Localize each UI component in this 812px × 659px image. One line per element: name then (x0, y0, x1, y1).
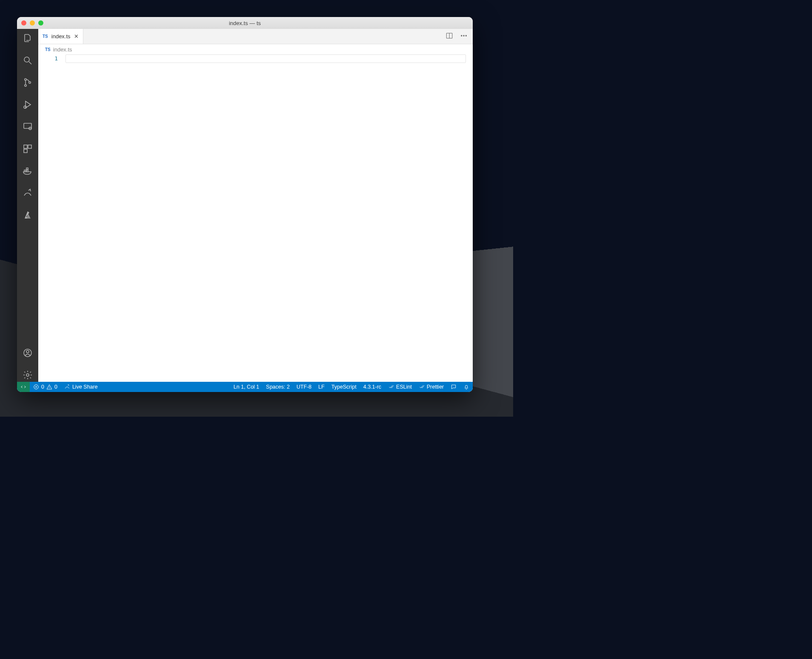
close-tab-icon[interactable]: ✕ (74, 33, 79, 40)
svg-rect-9 (24, 145, 27, 148)
svg-point-2 (25, 79, 26, 80)
close-window-button[interactable] (21, 20, 26, 26)
search-icon[interactable] (23, 55, 33, 67)
svg-point-4 (29, 82, 31, 83)
window-title: index.ts — ts (17, 20, 473, 26)
svg-point-3 (25, 85, 26, 86)
svg-rect-10 (28, 145, 31, 148)
notifications-bell-icon[interactable] (460, 382, 473, 392)
explorer-icon[interactable] (23, 33, 33, 45)
svg-rect-11 (24, 149, 27, 153)
warning-icon (46, 384, 52, 390)
checkmark-icon (419, 384, 425, 390)
svg-point-16 (26, 350, 29, 353)
line-number-gutter: 1 (38, 54, 65, 382)
typescript-file-icon: TS (45, 47, 51, 52)
svg-point-6 (24, 106, 26, 108)
checkmark-icon (388, 384, 394, 390)
remote-indicator[interactable] (17, 382, 30, 392)
extensions-icon[interactable] (23, 144, 33, 156)
live-share-icon[interactable] (23, 188, 33, 200)
run-debug-icon[interactable] (23, 99, 33, 111)
status-bar: 0 0 Live Share Ln 1, Col 1 Spaces: 2 UTF… (17, 382, 473, 392)
live-share-icon (64, 384, 70, 390)
svg-point-17 (26, 374, 29, 376)
prettier-status[interactable]: Prettier (415, 382, 447, 392)
source-control-icon[interactable] (23, 77, 33, 89)
tab-actions (446, 29, 473, 44)
indentation-status[interactable]: Spaces: 2 (263, 382, 293, 392)
settings-gear-icon[interactable] (23, 370, 33, 382)
current-line-highlight (65, 54, 466, 63)
svg-rect-7 (24, 123, 31, 128)
breadcrumb[interactable]: TS index.ts (38, 44, 473, 54)
minimize-window-button[interactable] (30, 20, 35, 26)
tab-bar: TS index.ts ✕ (38, 29, 473, 44)
svg-point-21 (463, 35, 464, 36)
eslint-status[interactable]: ESLint (385, 382, 415, 392)
editor-area: TS index.ts ✕ TS index.ts (38, 29, 473, 382)
svg-line-1 (29, 62, 31, 64)
svg-point-20 (461, 35, 462, 36)
azure-icon[interactable] (23, 210, 33, 222)
language-mode[interactable]: TypeScript (328, 382, 360, 392)
maximize-window-button[interactable] (38, 20, 43, 26)
accounts-icon[interactable] (23, 348, 33, 360)
activity-bar (17, 29, 38, 382)
docker-icon[interactable] (23, 166, 33, 178)
vscode-window: index.ts — ts (17, 17, 473, 392)
line-number: 1 (38, 54, 58, 63)
titlebar[interactable]: index.ts — ts (17, 17, 473, 29)
code-content[interactable] (65, 54, 473, 382)
typescript-version[interactable]: 4.3.1-rc (360, 382, 384, 392)
eol-status[interactable]: LF (315, 382, 328, 392)
feedback-icon[interactable] (447, 382, 460, 392)
encoding-status[interactable]: UTF-8 (293, 382, 315, 392)
window-controls (21, 20, 43, 26)
breadcrumb-filename: index.ts (53, 46, 72, 53)
split-editor-icon[interactable] (446, 32, 453, 41)
svg-point-0 (24, 57, 29, 62)
error-count: 0 (41, 384, 44, 390)
error-icon (33, 384, 39, 390)
more-actions-icon[interactable] (460, 32, 468, 41)
text-editor[interactable]: 1 (38, 54, 473, 382)
svg-rect-14 (26, 168, 28, 170)
workbench: TS index.ts ✕ TS index.ts (17, 29, 473, 382)
tab-label: index.ts (51, 33, 71, 40)
cursor-position[interactable]: Ln 1, Col 1 (230, 382, 262, 392)
tab-index-ts[interactable]: TS index.ts ✕ (38, 29, 83, 44)
live-share-status[interactable]: Live Share (61, 382, 101, 392)
svg-point-22 (466, 35, 466, 36)
problems-indicator[interactable]: 0 0 (30, 382, 61, 392)
warning-count: 0 (54, 384, 57, 390)
typescript-file-icon: TS (43, 34, 48, 39)
remote-explorer-icon[interactable] (23, 122, 33, 134)
